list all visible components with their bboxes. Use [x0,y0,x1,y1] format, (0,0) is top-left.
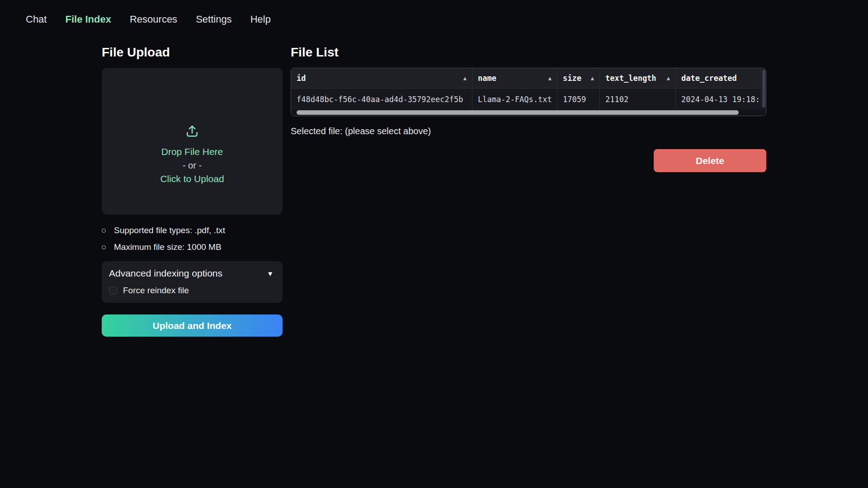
tab-bar: Chat File Index Resources Settings Help [0,0,868,27]
force-reindex-checkbox[interactable] [109,286,117,295]
tab-resources[interactable]: Resources [129,12,178,27]
column-header-text-length[interactable]: text_length ▲ [600,68,676,88]
cell-id[interactable]: f48d48bc-f56c-40aa-ad4d-35792eec2f5b [291,89,472,110]
file-table-rows: id ▲ name ▲ size ▲ text_length ▲ [291,68,766,110]
tab-chat[interactable]: Chat [25,12,47,27]
note-text: Maximum file size: 1000 MB [114,242,222,252]
note-supported-types: Supported file types: .pdf, .txt [102,225,283,235]
note-text: Supported file types: .pdf, .txt [114,225,225,235]
column-header-date-created[interactable]: date_created [676,68,766,88]
selected-file-status: Selected file: (please select above) [291,126,766,136]
sort-ascending-icon[interactable]: ▲ [463,75,467,81]
file-upload-section: File Upload Drop File Here - or - Click … [102,45,283,337]
file-index-page: File Upload Drop File Here - or - Click … [0,27,868,337]
column-label: name [478,74,496,83]
tab-settings[interactable]: Settings [195,12,233,27]
vertical-scrollbar-thumb[interactable] [762,70,765,108]
upload-and-index-button[interactable]: Upload and Index [102,314,283,337]
file-list-section: File List id ▲ name ▲ size ▲ [291,45,766,172]
column-label: date_created [681,74,737,83]
force-reindex-row: Force reindex file [109,286,275,296]
file-table: id ▲ name ▲ size ▲ text_length ▲ [291,68,766,116]
cell-text-length[interactable]: 21102 [600,89,676,110]
file-dropzone[interactable]: Drop File Here - or - Click to Upload [102,68,283,215]
sort-ascending-icon[interactable]: ▲ [591,75,594,81]
note-max-size: Maximum file size: 1000 MB [102,242,283,252]
cell-date-created[interactable]: 2024-04-13 19:18: [676,89,766,110]
upload-icon [184,123,200,141]
column-header-size[interactable]: size ▲ [557,68,600,88]
horizontal-scrollbar-thumb[interactable] [297,110,739,115]
column-label: id [297,74,306,83]
advanced-options-label: Advanced indexing options [109,268,222,279]
force-reindex-label: Force reindex file [123,286,189,296]
table-header-row: id ▲ name ▲ size ▲ text_length ▲ [291,68,766,89]
sort-ascending-icon[interactable]: ▲ [667,75,670,81]
upload-notes-list: Supported file types: .pdf, .txt Maximum… [102,225,283,252]
advanced-options-accordion: Advanced indexing options ▼ Force reinde… [102,261,283,303]
click-to-upload-link[interactable]: Click to Upload [160,172,224,186]
delete-button-row: Delete [291,149,766,172]
delete-button[interactable]: Delete [654,149,766,172]
tab-file-index[interactable]: File Index [64,12,112,27]
bullet-icon [102,245,106,249]
column-header-id[interactable]: id ▲ [291,68,472,88]
table-row[interactable]: f48d48bc-f56c-40aa-ad4d-35792eec2f5b Lla… [291,89,766,110]
horizontal-scrollbar[interactable] [291,110,766,116]
cell-size[interactable]: 17059 [557,89,600,110]
drop-file-here-text: Drop File Here [161,145,223,159]
chevron-down-icon: ▼ [267,270,274,277]
column-label: text_length [605,74,656,83]
file-list-title: File List [291,45,766,60]
sort-ascending-icon[interactable]: ▲ [548,75,552,81]
cell-name[interactable]: Llama-2-FAQs.txt [472,89,557,110]
dropzone-content: Drop File Here - or - Click to Upload [160,123,224,186]
bullet-icon [102,229,106,233]
file-upload-title: File Upload [102,45,283,60]
column-header-name[interactable]: name ▲ [472,68,557,88]
advanced-options-header[interactable]: Advanced indexing options ▼ [109,268,275,279]
vertical-scrollbar[interactable] [761,68,766,110]
column-label: size [563,74,581,83]
tab-help[interactable]: Help [250,12,272,27]
or-text: - or - [183,159,202,172]
